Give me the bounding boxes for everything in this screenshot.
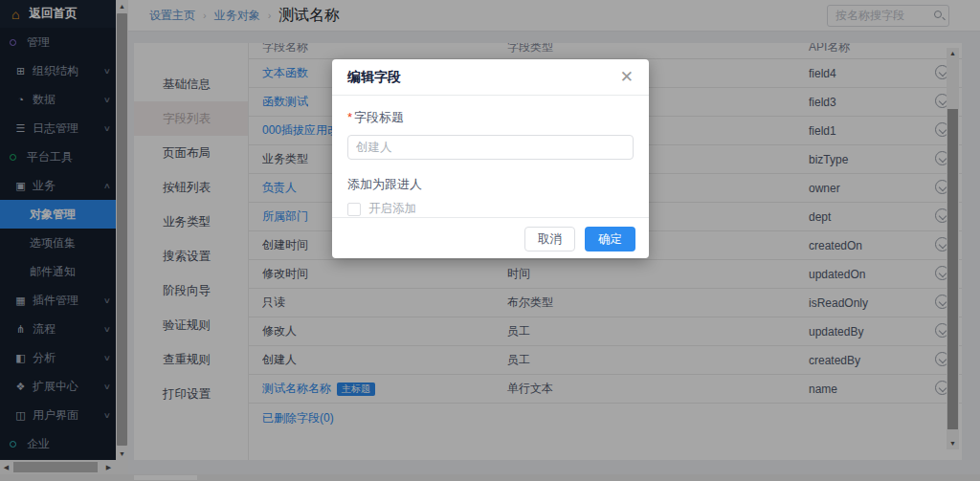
field-title-label: *字段标题 bbox=[347, 109, 634, 126]
cancel-button[interactable]: 取消 bbox=[524, 227, 575, 251]
required-mark: * bbox=[347, 110, 352, 124]
close-icon[interactable]: ✕ bbox=[620, 69, 634, 85]
field-title-input[interactable] bbox=[347, 135, 634, 160]
enable-add-label: 开启添加 bbox=[368, 201, 416, 217]
modal-body: *字段标题 添加为跟进人 开启添加 bbox=[332, 96, 649, 217]
modal-footer: 取消 确定 bbox=[332, 217, 649, 260]
app-window: ⌂ 返回首页 管理 ⊞ 组织结构 ∨ ◔ 数据 ∨ ☰ 日志管理 ∨ 平台工具 … bbox=[0, 0, 980, 481]
modal-header: 编辑字段 ✕ bbox=[332, 59, 649, 96]
enable-add-checkbox-row[interactable]: 开启添加 bbox=[347, 201, 634, 217]
edit-field-modal: 编辑字段 ✕ *字段标题 添加为跟进人 开启添加 取消 确定 bbox=[332, 59, 649, 258]
follow-up-label: 添加为跟进人 bbox=[347, 176, 634, 193]
modal-title: 编辑字段 bbox=[347, 69, 401, 86]
checkbox-icon[interactable] bbox=[347, 203, 361, 216]
ok-button[interactable]: 确定 bbox=[585, 227, 635, 251]
